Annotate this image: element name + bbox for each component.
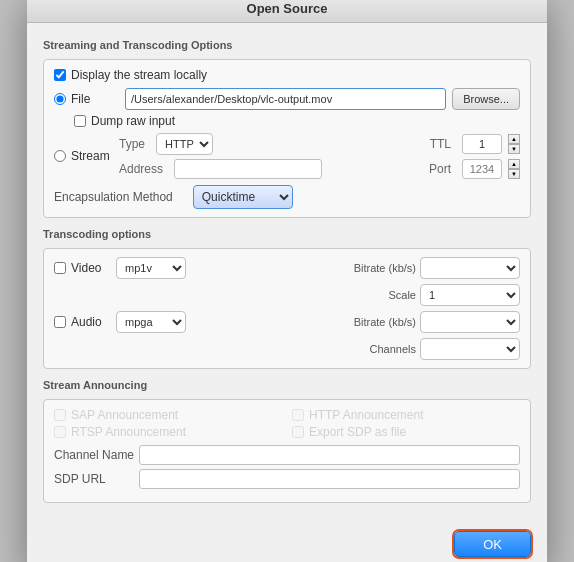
http-ann-checkbox[interactable]: [292, 409, 304, 421]
dump-raw-checkbox[interactable]: [74, 115, 86, 127]
type-ttl-row: Type HTTP UDP RTP TTL ▲ ▼: [119, 133, 520, 155]
ttl-spinner[interactable]: ▲ ▼: [508, 134, 520, 154]
export-sdp-label: Export SDP as file: [309, 425, 406, 439]
video-row: Video mp1v mp2v mp4v Bitrate (kb/s) 128 …: [54, 257, 520, 279]
address-port-row: Address Port ▲ ▼: [119, 159, 520, 179]
channel-name-input[interactable]: [139, 445, 520, 465]
address-input[interactable]: [174, 159, 322, 179]
ttl-down[interactable]: ▼: [508, 144, 520, 154]
http-ann-row: HTTP Announcement: [292, 408, 520, 422]
stream-radio[interactable]: [54, 150, 66, 162]
file-radio-row: File /Users/alexander/Desktop/vlc-output…: [54, 88, 520, 110]
export-sdp-checkbox[interactable]: [292, 426, 304, 438]
port-label: Port: [429, 162, 451, 176]
streaming-section-label: Streaming and Transcoding Options: [43, 39, 531, 51]
announce-checkboxes: SAP Announcement HTTP Announcement RTSP …: [54, 408, 520, 439]
open-source-dialog: Open Source Streaming and Transcoding Op…: [27, 0, 547, 562]
type-select[interactable]: HTTP UDP RTP: [156, 133, 213, 155]
dump-raw-row: Dump raw input: [74, 114, 520, 128]
announcing-section: SAP Announcement HTTP Announcement RTSP …: [43, 399, 531, 503]
video-bitrate-label: Bitrate (kb/s): [354, 262, 416, 274]
video-codec-select[interactable]: mp1v mp2v mp4v: [116, 257, 186, 279]
channels-select[interactable]: 1 2: [420, 338, 520, 360]
dialog-footer: OK: [27, 525, 547, 562]
ttl-label: TTL: [430, 137, 451, 151]
encap-label: Encapsulation Method: [54, 190, 173, 204]
audio-row: Audio mpga mp3 aac Bitrate (kb/s) 128 25…: [54, 311, 520, 333]
video-bitrate-select[interactable]: 128 256 512: [420, 257, 520, 279]
scale-label: Scale: [388, 289, 416, 301]
sap-checkbox[interactable]: [54, 409, 66, 421]
ttl-input[interactable]: [462, 134, 502, 154]
ok-button[interactable]: OK: [454, 531, 531, 557]
transcoding-section-label: Transcoding options: [43, 228, 531, 240]
dialog-title: Open Source: [247, 1, 328, 16]
type-label: Type: [119, 137, 145, 151]
dialog-titlebar: Open Source: [27, 0, 547, 23]
browse-button[interactable]: Browse...: [452, 88, 520, 110]
video-checkbox[interactable]: [54, 262, 66, 274]
audio-bitrate-select[interactable]: 128 256: [420, 311, 520, 333]
display-stream-row: Display the stream locally: [54, 68, 520, 82]
encap-select[interactable]: Quicktime MPEG-TS AVI OGG: [193, 185, 293, 209]
port-down[interactable]: ▼: [508, 169, 520, 179]
audio-checkbox[interactable]: [54, 316, 66, 328]
transcoding-section: Video mp1v mp2v mp4v Bitrate (kb/s) 128 …: [43, 248, 531, 369]
http-ann-label: HTTP Announcement: [309, 408, 424, 422]
sap-label: SAP Announcement: [71, 408, 178, 422]
file-path-input[interactable]: /Users/alexander/Desktop/vlc-output.mov: [125, 88, 446, 110]
display-stream-label: Display the stream locally: [71, 68, 207, 82]
streaming-section: Display the stream locally File /Users/a…: [43, 59, 531, 218]
rtsp-row: RTSP Announcement: [54, 425, 282, 439]
stream-type-row: Stream Type HTTP UDP RTP TTL: [54, 133, 520, 179]
address-label: Address: [119, 162, 163, 176]
port-up[interactable]: ▲: [508, 159, 520, 169]
scale-row: Scale 1 0.5 2: [54, 284, 520, 306]
channel-name-row: Channel Name: [54, 445, 520, 465]
dump-raw-label: Dump raw input: [91, 114, 175, 128]
rtsp-checkbox[interactable]: [54, 426, 66, 438]
channel-name-label: Channel Name: [54, 448, 139, 462]
rtsp-label: RTSP Announcement: [71, 425, 186, 439]
audio-bitrate-label: Bitrate (kb/s): [354, 316, 416, 328]
encap-row: Encapsulation Method Quicktime MPEG-TS A…: [54, 185, 520, 209]
audio-label: Audio: [71, 315, 111, 329]
sdp-url-input[interactable]: [139, 469, 520, 489]
channels-row: Channels 1 2: [54, 338, 520, 360]
file-radio[interactable]: [54, 93, 66, 105]
scale-select[interactable]: 1 0.5 2: [420, 284, 520, 306]
export-sdp-row: Export SDP as file: [292, 425, 520, 439]
port-spinner[interactable]: ▲ ▼: [508, 159, 520, 179]
sdp-url-row: SDP URL: [54, 469, 520, 489]
announcing-section-label: Stream Announcing: [43, 379, 531, 391]
sap-row: SAP Announcement: [54, 408, 282, 422]
ttl-up[interactable]: ▲: [508, 134, 520, 144]
file-radio-label: File: [71, 92, 119, 106]
audio-codec-select[interactable]: mpga mp3 aac: [116, 311, 186, 333]
sdp-url-label: SDP URL: [54, 472, 139, 486]
display-stream-checkbox[interactable]: [54, 69, 66, 81]
channels-label: Channels: [370, 343, 416, 355]
port-input[interactable]: [462, 159, 502, 179]
stream-radio-label: Stream: [71, 149, 119, 163]
video-label: Video: [71, 261, 111, 275]
